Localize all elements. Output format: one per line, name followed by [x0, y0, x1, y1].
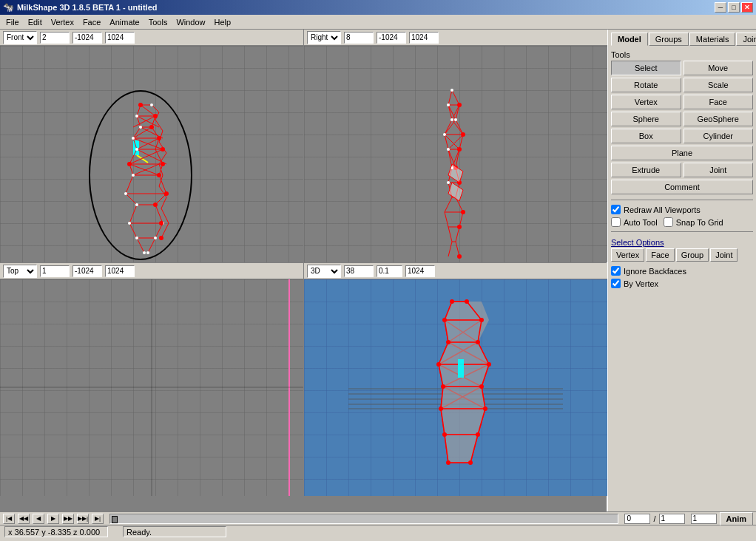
right-view-select[interactable]: RightFrontTop3D: [307, 31, 341, 44]
rotate-button[interactable]: Rotate: [611, 78, 681, 92]
timeline-next-key-btn[interactable]: ▶▶|: [77, 514, 89, 524]
scale-button[interactable]: Scale: [684, 78, 754, 92]
anim-button[interactable]: Anim: [720, 512, 754, 525]
redraw-all-checkbox[interactable]: [611, 205, 621, 214]
svg-point-170: [479, 384, 484, 389]
by-vertex-checkbox[interactable]: [611, 279, 621, 288]
3d-min-input[interactable]: [377, 265, 402, 277]
tools-row-6: Plane: [611, 146, 753, 160]
top-num-input[interactable]: [40, 265, 70, 277]
comment-button[interactable]: Comment: [611, 180, 753, 194]
timeline-bar: |◀ ◀◀ ◀ ▶ ▶▶ ▶▶| ▶| / Anim: [0, 511, 756, 525]
right-max-input[interactable]: [409, 32, 439, 44]
status-panel: Ready.: [123, 526, 226, 537]
svg-point-82: [443, 133, 446, 136]
sel-face-button[interactable]: Face: [646, 248, 674, 262]
right-num-input[interactable]: [344, 32, 374, 44]
front-canvas: [0, 46, 303, 262]
front-num-input[interactable]: [40, 32, 70, 44]
joint-button[interactable]: Joint: [684, 163, 754, 177]
timeline-end-btn[interactable]: ▶|: [92, 514, 104, 524]
tab-model[interactable]: Model: [611, 33, 648, 46]
face-button[interactable]: Face: [684, 95, 754, 109]
viewport-top[interactable]: TopFrontRight3D: [0, 263, 303, 496]
svg-point-176: [468, 460, 473, 465]
svg-point-91: [461, 132, 465, 137]
timeline-prev-key-btn[interactable]: ◀◀: [18, 514, 30, 524]
close-button[interactable]: ✕: [741, 2, 753, 13]
timeline-frame1[interactable]: [624, 514, 650, 524]
top-max-input[interactable]: [105, 265, 135, 277]
redraw-all-label: Redraw All Viewports: [624, 205, 701, 214]
svg-point-173: [439, 406, 443, 411]
front-view-select[interactable]: FrontRightTop3D: [3, 31, 37, 44]
tab-joints[interactable]: Joints: [736, 33, 756, 46]
timeline-slider[interactable]: [109, 514, 618, 524]
svg-point-167: [446, 340, 450, 344]
sel-vertex-button[interactable]: Vertex: [611, 248, 644, 262]
svg-point-164: [479, 318, 484, 322]
minimize-button[interactable]: ─: [715, 2, 726, 13]
timeline-frame3[interactable]: [691, 514, 717, 524]
vertex-button[interactable]: Vertex: [611, 95, 681, 109]
ignore-backfaces-checkbox[interactable]: [611, 266, 621, 276]
coords-panel: x 36.557 y -8.335 z 0.000: [4, 526, 108, 537]
viewport-right-header: RightFrontTop3D: [304, 30, 607, 46]
svg-point-77: [450, 89, 453, 92]
geosphere-button[interactable]: GeoSphere: [684, 112, 754, 126]
right-min-input[interactable]: [377, 32, 406, 44]
menu-vertex[interactable]: Vertex: [47, 16, 78, 28]
tab-materials[interactable]: Materials: [689, 33, 736, 46]
snap-grid-checkbox[interactable]: [664, 217, 673, 227]
by-vertex-label: By Vertex: [624, 279, 658, 288]
svg-point-31: [135, 148, 138, 151]
svg-point-166: [476, 340, 480, 344]
viewport-3d[interactable]: 3DFrontRightTop: [304, 263, 607, 496]
3d-max-input[interactable]: [405, 265, 435, 277]
svg-marker-152: [445, 435, 478, 463]
timeline-play-btn[interactable]: ▶: [47, 514, 59, 524]
sel-joint-button[interactable]: Joint: [710, 248, 738, 262]
snap-grid-label: Snap To Grid: [676, 218, 723, 227]
viewport-front[interactable]: FrontRightTop3D: [0, 30, 303, 262]
timeline-prev-btn[interactable]: ◀: [33, 514, 44, 524]
menu-tools[interactable]: Tools: [144, 16, 172, 28]
tab-groups[interactable]: Groups: [649, 33, 689, 46]
front-min-input[interactable]: [72, 32, 102, 44]
viewport-right[interactable]: RightFrontTop3D: [304, 30, 607, 262]
svg-point-168: [487, 362, 491, 367]
extrude-button[interactable]: Extrude: [611, 163, 681, 177]
timeline-start-btn[interactable]: |◀: [3, 514, 15, 524]
top-view-select[interactable]: TopFrontRight3D: [3, 265, 37, 278]
svg-line-72: [445, 120, 456, 135]
svg-point-51: [127, 162, 132, 166]
right-model-svg: [304, 46, 607, 262]
maximize-button[interactable]: □: [728, 2, 740, 13]
menu-help[interactable]: Help: [210, 16, 236, 28]
plane-button[interactable]: Plane: [611, 146, 753, 160]
sel-group-button[interactable]: Group: [676, 248, 709, 262]
svg-point-53: [157, 173, 161, 177]
timeline-next-btn[interactable]: ▶▶: [62, 514, 74, 524]
front-model-svg: [0, 46, 303, 262]
select-button[interactable]: Select: [611, 61, 681, 75]
box-button[interactable]: Box: [611, 129, 681, 143]
cylinder-button[interactable]: Cylinder: [684, 129, 754, 143]
top-min-input[interactable]: [72, 265, 102, 277]
menu-window[interactable]: Window: [172, 16, 209, 28]
front-max-input[interactable]: [105, 32, 135, 44]
svg-line-16: [133, 127, 152, 138]
move-button[interactable]: Move: [684, 61, 754, 75]
svg-marker-98: [448, 164, 463, 183]
menu-edit[interactable]: Edit: [24, 16, 47, 28]
sphere-button[interactable]: Sphere: [611, 112, 681, 126]
auto-tool-checkbox[interactable]: [611, 217, 621, 227]
separator-2: [611, 231, 753, 232]
3d-view-select[interactable]: 3DFrontRightTop: [307, 265, 341, 278]
menu-face[interactable]: Face: [78, 16, 105, 28]
menu-animate[interactable]: Animate: [105, 16, 144, 28]
tools-label: Tools: [611, 50, 753, 59]
menu-file[interactable]: File: [1, 16, 24, 28]
3d-num-input[interactable]: [344, 265, 374, 277]
timeline-frame2[interactable]: [659, 514, 685, 524]
